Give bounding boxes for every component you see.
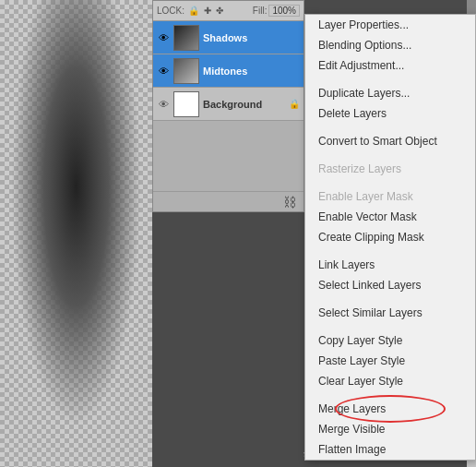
layer-name-shadows: Shadows (203, 32, 247, 43)
visibility-icon-shadows[interactable]: 👁 (157, 31, 170, 44)
layer-row-background[interactable]: 👁 Background 🔒 (153, 88, 303, 121)
fill-value: 100% (268, 5, 300, 17)
portrait-image (0, 0, 152, 467)
layer-thumb-shadows (173, 25, 199, 51)
layer-row-shadows[interactable]: 👁 Shadows (153, 21, 303, 54)
separator-4 (305, 179, 475, 186)
visibility-icon-midtones[interactable]: 👁 (157, 65, 170, 78)
menu-item-create-clipping-mask[interactable]: Create Clipping Mask (305, 227, 475, 247)
menu-item-link-layers[interactable]: Link Layers (305, 255, 475, 275)
separator-3 (305, 151, 475, 159)
menu-item-merge-layers[interactable]: Merge Layers (305, 399, 475, 419)
menu-item-delete-layers[interactable]: Delete Layers (305, 103, 475, 124)
menu-item-merge-visible[interactable]: Merge Visible (305, 419, 475, 439)
separator-1 (305, 76, 475, 83)
layer-name-background: Background (203, 99, 262, 110)
context-menu: Layer Properties... Blending Options... … (304, 14, 476, 461)
merge-layers-label: Merge Layers (318, 402, 386, 415)
menu-item-edit-adjustment[interactable]: Edit Adjustment... (305, 55, 475, 76)
menu-item-paste-layer-style[interactable]: Paste Layer Style (305, 351, 475, 371)
layers-panel-footer: ⛓ (153, 191, 303, 211)
menu-item-flatten-image[interactable]: Flatten Image (305, 439, 475, 460)
menu-item-enable-vector-mask[interactable]: Enable Vector Mask (305, 207, 475, 227)
layer-name-midtones: Midtones (203, 66, 247, 77)
menu-item-select-similar-layers[interactable]: Select Similar Layers (305, 303, 475, 323)
separator-6 (305, 295, 475, 303)
lock-badge: 🔒 (289, 99, 300, 109)
layer-icons: 🔒 ✚ ✤ (188, 6, 224, 16)
menu-item-copy-layer-style[interactable]: Copy Layer Style (305, 330, 475, 351)
lock-label: LOCK: (157, 6, 184, 16)
link-layers-icon: ⛓ (283, 195, 296, 210)
canvas-area (0, 0, 152, 467)
layer-thumb-midtones (173, 58, 199, 84)
fill-label: Fill: (253, 6, 268, 16)
layer-thumb-background (173, 91, 199, 117)
menu-item-clear-layer-style[interactable]: Clear Layer Style (305, 371, 475, 391)
separator-5 (305, 247, 475, 255)
menu-item-blending-options[interactable]: Blending Options... (305, 35, 475, 55)
menu-item-enable-layer-mask: Enable Layer Mask (305, 186, 475, 207)
layer-row-midtones[interactable]: 👁 Midtones (153, 54, 303, 88)
menu-item-convert-smart-object[interactable]: Convert to Smart Object (305, 131, 475, 151)
separator-8 (305, 391, 475, 399)
visibility-icon-background[interactable]: 👁 (157, 98, 170, 111)
separator-7 (305, 323, 475, 330)
layers-panel: LOCK: 🔒 ✚ ✤ Fill: 100% 👁 Shadows 👁 Midto… (152, 0, 304, 212)
menu-item-select-linked-layers[interactable]: Select Linked Layers (305, 275, 475, 295)
layers-panel-header: LOCK: 🔒 ✚ ✤ Fill: 100% (153, 1, 303, 21)
menu-item-layer-properties[interactable]: Layer Properties... (305, 15, 475, 35)
menu-item-rasterize-layers: Rasterize Layers (305, 159, 475, 179)
menu-item-duplicate-layers[interactable]: Duplicate Layers... (305, 83, 475, 103)
separator-2 (305, 124, 475, 131)
